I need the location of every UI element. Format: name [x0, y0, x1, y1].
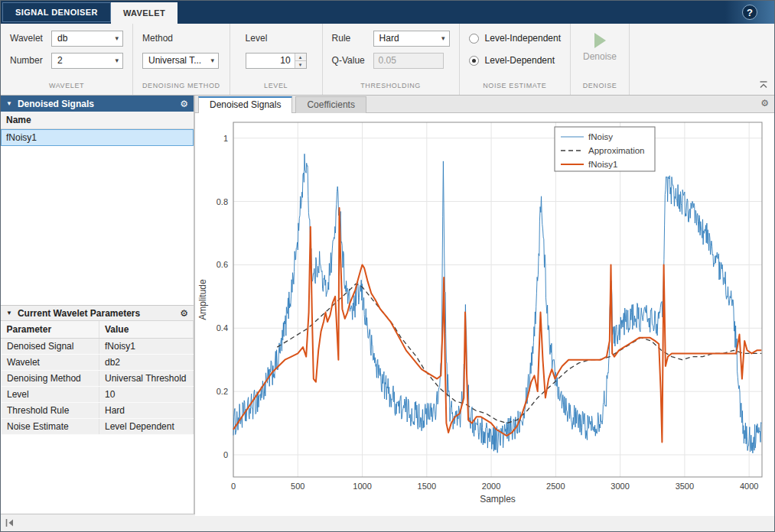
- param-name-cell: Wavelet: [2, 355, 99, 371]
- svg-text:0.2: 0.2: [217, 387, 228, 396]
- wavelet-parameters-panel: ▼ Current Wavelet Parameters ⚙ Parameter…: [1, 305, 194, 514]
- svg-text:1500: 1500: [418, 482, 436, 491]
- table-row: Threshold RuleHard: [2, 403, 194, 419]
- radio-level-independent-label: Level-Independent: [485, 33, 561, 44]
- app-window: SIGNAL DENOISER WAVELET ? Wavelet db ▾ N…: [0, 0, 775, 532]
- column-header-parameter: Parameter: [2, 321, 99, 339]
- signal-name-label: fNoisy1: [6, 132, 37, 143]
- param-name-cell: Denoising Method: [2, 371, 99, 387]
- qvalue-input: 0.05: [373, 53, 444, 69]
- parameters-empty-area: [1, 435, 194, 514]
- gear-icon[interactable]: ⚙: [180, 308, 188, 319]
- spin-up-icon[interactable]: ▴: [295, 54, 306, 60]
- rule-dropdown[interactable]: Hard ▾: [373, 31, 450, 47]
- chevron-down-icon: ▾: [441, 34, 445, 42]
- tab-signal-denoiser[interactable]: SIGNAL DENOISER: [2, 2, 111, 22]
- svg-text:3000: 3000: [611, 482, 629, 491]
- svg-text:2500: 2500: [546, 482, 565, 491]
- ribbon-section-denoising-method: Method Universal T... ▾ DENOISING METHOD: [133, 24, 230, 95]
- method-dropdown[interactable]: Universal T... ▾: [142, 53, 219, 69]
- doc-tab-coefficients[interactable]: Coefficients: [295, 96, 366, 113]
- param-name-cell: Denoised Signal: [2, 339, 99, 355]
- titlebar: SIGNAL DENOISER WAVELET ?: [1, 1, 774, 24]
- svg-text:0.4: 0.4: [217, 323, 228, 332]
- ribbon-section-label-denoising-method: DENOISING METHOD: [142, 79, 220, 93]
- qvalue-input-value: 0.05: [379, 55, 396, 66]
- chevron-down-icon: ▾: [210, 57, 214, 64]
- param-value-cell: Hard: [99, 403, 194, 419]
- collapse-ribbon-icon[interactable]: [759, 80, 768, 91]
- svg-text:1000: 1000: [353, 482, 371, 491]
- wavelet-parameters-panel-title: Current Wavelet Parameters: [18, 308, 140, 319]
- table-row: Denoised SignalfNoisy1: [2, 339, 194, 355]
- document-tabbar: Denoised Signals Coefficients ⚙: [195, 96, 774, 113]
- param-value-cell: fNoisy1: [99, 339, 194, 355]
- denoised-signals-panel-header[interactable]: ▼ Denoised Signals ⚙: [1, 96, 194, 112]
- gear-icon[interactable]: ⚙: [180, 99, 188, 109]
- main-panel: Denoised Signals Coefficients ⚙ 05001000…: [195, 96, 774, 514]
- parameters-table: Parameter Value Denoised SignalfNoisy1 W…: [1, 321, 194, 435]
- param-name-cell: Threshold Rule: [2, 403, 99, 419]
- level-spinner[interactable]: 10 ▴ ▾: [246, 53, 307, 69]
- signals-column-header: Name: [1, 112, 194, 129]
- svg-text:2000: 2000: [482, 482, 500, 491]
- radio-level-independent[interactable]: Level-Independent: [469, 30, 561, 47]
- svg-text:1: 1: [223, 134, 228, 143]
- wavelet-parameters-panel-header[interactable]: ▼ Current Wavelet Parameters ⚙: [1, 305, 194, 321]
- radio-level-dependent[interactable]: Level-Dependent: [469, 52, 561, 69]
- collapse-triangle-icon[interactable]: ▼: [6, 100, 12, 107]
- svg-text:0.8: 0.8: [217, 197, 228, 206]
- statusbar: [1, 514, 774, 531]
- help-icon[interactable]: ?: [742, 5, 757, 20]
- denoise-button[interactable]: Denoise: [580, 30, 620, 62]
- number-dropdown[interactable]: 2 ▾: [51, 53, 123, 69]
- svg-text:3500: 3500: [676, 482, 694, 491]
- qvalue-label: Q-Value: [332, 55, 367, 66]
- param-name-cell: Noise Estimate: [2, 419, 99, 435]
- signal-list-item-fnoisy1[interactable]: fNoisy1: [1, 129, 194, 146]
- ribbon-section-label-thresholding: THRESHOLDING: [332, 79, 450, 93]
- ribbon-section-label-denoise: DENOISE: [580, 79, 620, 93]
- ribbon-section-noise-estimate: Level-Independent Level-Dependent NOISE …: [460, 24, 571, 95]
- param-value-cell: Level Dependent: [99, 419, 194, 435]
- table-header-row: Parameter Value: [2, 321, 194, 339]
- ribbon-section-label-noise-estimate: NOISE ESTIMATE: [469, 79, 561, 93]
- spin-down-icon[interactable]: ▾: [295, 60, 306, 68]
- svg-text:fNoisy: fNoisy: [588, 132, 613, 141]
- svg-text:fNoisy1: fNoisy1: [588, 160, 617, 169]
- signal-plot[interactable]: 0500100015002000250030003500400000.20.40…: [195, 113, 774, 514]
- signals-empty-area: [1, 146, 194, 305]
- svg-text:4000: 4000: [740, 482, 758, 491]
- param-value-cell: 10: [99, 387, 194, 403]
- param-value-cell: db2: [99, 355, 194, 371]
- wavelet-label: Wavelet: [10, 33, 45, 44]
- svg-text:0: 0: [231, 482, 236, 491]
- svg-text:Amplitude: Amplitude: [197, 279, 208, 320]
- wavelet-dropdown[interactable]: db ▾: [51, 31, 123, 47]
- help-band: ?: [725, 1, 774, 24]
- radio-icon[interactable]: [469, 56, 479, 66]
- play-icon: [594, 33, 606, 48]
- svg-text:0.6: 0.6: [217, 260, 228, 269]
- level-label: Level: [246, 33, 268, 44]
- level-spinner-value: 10: [246, 54, 295, 68]
- plot-canvas[interactable]: 0500100015002000250030003500400000.20.40…: [195, 113, 774, 516]
- gear-icon[interactable]: ⚙: [760, 98, 769, 109]
- table-row: Denoising MethodUniversal Threshold: [2, 371, 194, 387]
- chevron-down-icon: ▾: [115, 57, 119, 64]
- signals-column-header-label: Name: [6, 115, 31, 125]
- method-dropdown-value: Universal T...: [148, 55, 201, 66]
- ribbon-section-label-level: LEVEL: [246, 79, 307, 93]
- denoise-button-label: Denoise: [583, 51, 617, 62]
- radio-icon[interactable]: [469, 34, 479, 44]
- denoised-signals-panel-title: Denoised Signals: [18, 99, 94, 109]
- svg-text:500: 500: [291, 482, 304, 491]
- collapse-left-panel-icon[interactable]: [5, 518, 15, 527]
- doc-tab-denoised-signals[interactable]: Denoised Signals: [198, 96, 292, 113]
- tab-wavelet[interactable]: WAVELET: [111, 2, 177, 24]
- content-area: ▼ Denoised Signals ⚙ Name fNoisy1 ▼ Curr…: [1, 96, 774, 514]
- rule-dropdown-value: Hard: [379, 33, 399, 44]
- ribbon-section-wavelet: Wavelet db ▾ Number 2 ▾ WAVELET: [1, 24, 133, 95]
- collapse-triangle-icon[interactable]: ▼: [6, 310, 12, 316]
- denoised-signals-panel: ▼ Denoised Signals ⚙ Name fNoisy1: [1, 96, 194, 305]
